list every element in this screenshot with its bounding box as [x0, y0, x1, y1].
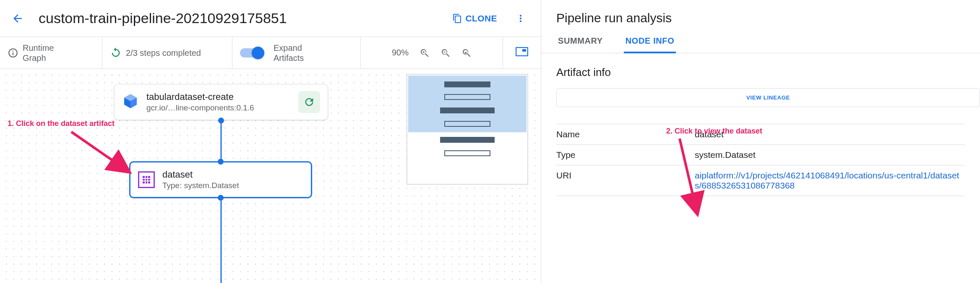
expand-artifacts-toggle[interactable] — [240, 48, 263, 58]
copy-icon — [452, 13, 462, 24]
minimap[interactable] — [407, 74, 528, 185]
more-menu-button[interactable] — [511, 8, 531, 29]
steps-label: 2/3 steps completed — [126, 48, 201, 58]
tab-node-info[interactable]: NODE INFO — [624, 29, 676, 53]
pipeline-artifact-dataset[interactable]: dataset Type: system.Dataset — [129, 161, 312, 198]
info-icon — [8, 47, 18, 58]
kv-type-value: system.Dataset — [695, 150, 965, 160]
clone-label: CLONE — [466, 13, 498, 24]
runtime-graph-label: Runtime Graph — [23, 43, 54, 63]
minimap-toggle-button[interactable] — [516, 47, 528, 58]
artifact-title: dataset — [162, 169, 239, 180]
kv-name-value: dataset — [695, 129, 965, 139]
kv-uri-link[interactable]: aiplatform://v1/projects/462141068491/lo… — [695, 170, 965, 191]
progress-icon — [110, 47, 122, 59]
zoom-in-button[interactable] — [420, 48, 430, 58]
pipeline-node-tabulardataset-create[interactable]: tabulardataset-create gcr.io/…line-compo… — [114, 84, 328, 120]
artifact-subtitle: Type: system.Dataset — [162, 181, 239, 190]
panel-title: Pipeline run analysis — [541, 0, 980, 29]
kv-uri-key: URI — [556, 170, 695, 181]
page-title: custom-train-pipeline-20210929175851 — [39, 10, 447, 26]
zoom-out-button[interactable] — [440, 48, 451, 58]
annotation-arrow-1 — [67, 128, 134, 178]
arrow-back-icon — [11, 12, 24, 25]
kebab-icon — [515, 13, 526, 24]
section-artifact-info: Artifact info — [541, 53, 980, 85]
node-title: tabulardataset-create — [146, 92, 254, 102]
retry-icon — [303, 96, 315, 108]
minimap-icon — [516, 47, 528, 56]
node-retry-button[interactable] — [298, 91, 320, 113]
zoom-reset-button[interactable] — [461, 48, 472, 58]
pipeline-canvas[interactable]: tabulardataset-create gcr.io/…line-compo… — [0, 69, 541, 283]
svg-line-2 — [71, 132, 126, 170]
node-subtitle: gcr.io/…line-components:0.1.6 — [146, 103, 254, 113]
zoom-percent: 90% — [392, 48, 409, 58]
kv-name-key: Name — [556, 129, 695, 139]
clone-button[interactable]: CLONE — [447, 10, 503, 27]
kv-type-key: Type — [556, 150, 695, 160]
back-button[interactable] — [10, 11, 25, 26]
view-lineage-button[interactable]: VIEW LINEAGE — [556, 88, 980, 107]
annotation-1: 1. Click on the dataset artifact — [8, 119, 115, 128]
svg-rect-1 — [522, 49, 526, 52]
cube-icon — [122, 93, 139, 112]
tab-summary[interactable]: SUMMARY — [556, 29, 605, 53]
dataset-icon — [138, 171, 155, 188]
expand-artifacts-label: Expand Artifacts — [274, 43, 332, 63]
